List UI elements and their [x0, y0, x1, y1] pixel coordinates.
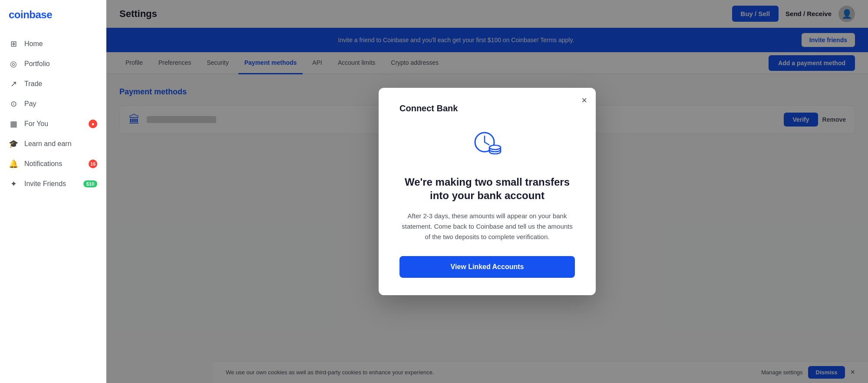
view-linked-accounts-button[interactable]: View Linked Accounts [399, 256, 575, 278]
connect-bank-modal: Connect Bank × [379, 88, 596, 295]
sidebar-logo[interactable]: coinbase [0, 9, 106, 34]
sidebar-label-portfolio: Portfolio [24, 60, 50, 68]
sidebar-label-home: Home [24, 40, 43, 48]
notifications-badge: 16 [89, 160, 97, 168]
svg-point-7 [489, 145, 501, 150]
sidebar-item-portfolio[interactable]: ◎ Portfolio [0, 54, 106, 74]
learn-icon: 🎓 [9, 139, 18, 149]
modal-title: Connect Bank [399, 103, 458, 113]
portfolio-icon: ◎ [9, 59, 18, 69]
sidebar-item-home[interactable]: ⊞ Home [0, 34, 106, 54]
modal-description: After 2-3 days, these amounts will appea… [399, 211, 575, 242]
sidebar-item-notifications[interactable]: 🔔 Notifications 16 [0, 154, 106, 174]
for-you-icon: ▦ [9, 119, 18, 129]
sidebar-item-trade[interactable]: ↗ Trade [0, 74, 106, 94]
for-you-badge: ● [89, 120, 97, 128]
sidebar: coinbase ⊞ Home ◎ Portfolio ↗ Trade ⊙ Pa… [0, 0, 106, 383]
sidebar-item-learn[interactable]: 🎓 Learn and earn [0, 134, 106, 154]
logo-text: coinbase [9, 9, 52, 20]
sidebar-item-invite[interactable]: ✦ Invite Friends $10 [0, 174, 106, 194]
sidebar-label-notifications: Notifications [24, 160, 62, 168]
sidebar-label-invite: Invite Friends [24, 180, 66, 188]
bank-transfer-icon [470, 127, 505, 163]
sidebar-label-learn: Learn and earn [24, 140, 72, 148]
invite-icon: ✦ [9, 179, 18, 189]
sidebar-item-for-you[interactable]: ▦ For You ● [0, 114, 106, 134]
pay-icon: ⊙ [9, 99, 18, 109]
sidebar-label-for-you: For You [24, 120, 48, 128]
sidebar-label-pay: Pay [24, 100, 36, 108]
modal-heading: We're making two small transfers into yo… [399, 175, 575, 202]
modal-overlay[interactable]: Connect Bank × [106, 0, 868, 383]
trade-icon: ↗ [9, 79, 18, 89]
invite-badge-dollar: $10 [83, 180, 97, 187]
sidebar-nav: ⊞ Home ◎ Portfolio ↗ Trade ⊙ Pay ▦ For Y… [0, 34, 106, 374]
modal-close-button[interactable]: × [581, 96, 587, 105]
main-content: Settings Buy / Sell Send / Receive 👤 Inv… [106, 0, 868, 383]
home-icon: ⊞ [9, 39, 18, 49]
svg-line-2 [485, 142, 489, 145]
sidebar-item-pay[interactable]: ⊙ Pay [0, 94, 106, 114]
sidebar-label-trade: Trade [24, 80, 42, 88]
notifications-icon: 🔔 [9, 159, 18, 169]
